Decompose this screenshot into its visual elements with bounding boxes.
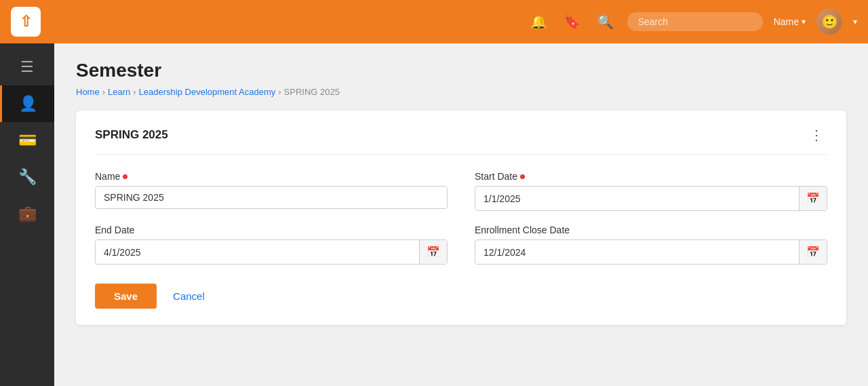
end-date-label: End Date <box>95 225 448 235</box>
form-group-enrollment-close-date: Enrollment Close Date 📅 <box>475 225 827 265</box>
form-actions: Save Cancel <box>95 284 827 309</box>
save-button[interactable]: Save <box>95 284 157 309</box>
breadcrumb-home[interactable]: Home <box>76 87 100 97</box>
enrollment-close-date-input[interactable] <box>475 242 799 263</box>
settings-icon: 🔧 <box>18 168 37 186</box>
top-nav-right: 🔔 🔖 🔍 Name ▾ 🙂 ▾ <box>528 9 857 35</box>
top-nav: ⇧ 🔔 🔖 🔍 Name ▾ 🙂 ▾ <box>0 0 868 43</box>
sidebar-item-dashboard[interactable]: ☰ <box>0 49 54 85</box>
enrollment-close-date-input-wrap: 📅 <box>475 239 827 265</box>
user-name-label: Name <box>774 16 799 27</box>
content-area: Semester Home › Learn › Leadership Devel… <box>54 43 868 386</box>
end-date-calendar-icon[interactable]: 📅 <box>419 240 447 264</box>
enrollment-close-date-calendar-icon[interactable]: 📅 <box>799 240 827 264</box>
more-options-button[interactable]: ⋮ <box>806 127 827 143</box>
name-input-wrap <box>95 186 448 209</box>
start-date-label: Start Date <box>475 171 827 182</box>
user-chevron-icon: ▾ <box>802 17 806 26</box>
breadcrumb-sep-2: › <box>133 87 136 97</box>
sidebar-item-people[interactable]: 👤 <box>0 85 54 122</box>
app-logo[interactable]: ⇧ <box>11 7 41 37</box>
wallet-icon: 💳 <box>18 132 37 149</box>
end-date-input-wrap: 📅 <box>95 239 448 265</box>
breadcrumb-learn[interactable]: Learn <box>108 87 130 97</box>
people-icon: 👤 <box>19 95 37 113</box>
card-title: SPRING 2025 <box>95 128 168 142</box>
end-date-input[interactable] <box>96 242 419 263</box>
avatar[interactable]: 🙂 <box>816 9 842 35</box>
page-title: Semester <box>76 60 846 81</box>
cancel-button[interactable]: Cancel <box>167 284 210 309</box>
breadcrumb-academy[interactable]: Leadership Development Academy <box>139 87 276 97</box>
logo-icon: ⇧ <box>20 13 32 31</box>
start-date-input-wrap: 📅 <box>475 186 827 211</box>
notifications-icon[interactable]: 🔔 <box>528 11 550 33</box>
sidebar: ☰ 👤 💳 🔧 💼 <box>0 43 54 386</box>
name-input[interactable] <box>96 187 447 208</box>
sidebar-item-wallet[interactable]: 💳 <box>0 122 54 159</box>
name-label: Name <box>95 171 448 182</box>
name-required-indicator <box>123 174 127 179</box>
form-group-start-date: Start Date 📅 <box>475 171 827 211</box>
start-date-required-indicator <box>520 174 525 179</box>
enrollment-close-date-label: Enrollment Close Date <box>475 225 827 235</box>
breadcrumb-sep-1: › <box>102 87 105 97</box>
breadcrumb-sep-3: › <box>278 87 281 97</box>
main-layout: ☰ 👤 💳 🔧 💼 Semester Home › Learn › Leader… <box>0 43 868 386</box>
form-group-end-date: End Date 📅 <box>95 225 448 265</box>
search-input[interactable] <box>627 12 763 31</box>
search-icon[interactable]: 🔍 <box>594 11 616 33</box>
start-date-calendar-icon[interactable]: 📅 <box>799 187 827 210</box>
sidebar-item-jobs[interactable]: 💼 <box>0 195 54 232</box>
dashboard-icon: ☰ <box>20 58 34 76</box>
sidebar-item-settings[interactable]: 🔧 <box>0 159 54 195</box>
start-date-input[interactable] <box>475 188 799 210</box>
user-menu-button[interactable]: Name ▾ <box>774 16 806 27</box>
avatar-chevron-icon: ▾ <box>853 17 857 26</box>
form-group-name: Name <box>95 171 448 211</box>
jobs-icon: 💼 <box>18 205 37 223</box>
breadcrumb: Home › Learn › Leadership Development Ac… <box>76 87 846 97</box>
breadcrumb-current: SPRING 2025 <box>284 87 340 97</box>
semester-card: SPRING 2025 ⋮ Name <box>76 111 846 325</box>
bookmarks-icon[interactable]: 🔖 <box>561 11 583 33</box>
card-header: SPRING 2025 ⋮ <box>95 127 827 155</box>
form-grid: Name Start Date 📅 <box>95 171 827 265</box>
